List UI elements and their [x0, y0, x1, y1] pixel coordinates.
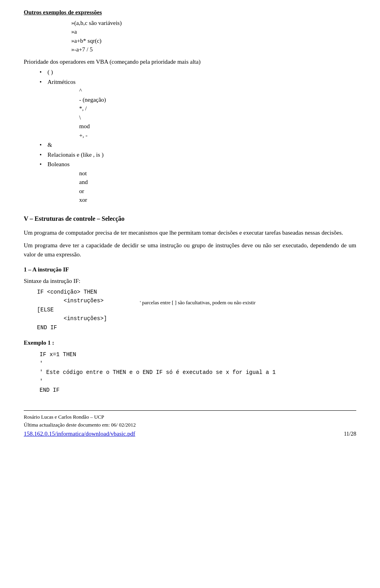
- arith-1: ^: [79, 86, 356, 95]
- footer-link[interactable]: 158.162.0.15/informatica/download/vbasic…: [24, 429, 135, 438]
- page-content: Outros exemplos de expressões »(a,b,c sã…: [24, 8, 356, 438]
- arith-5: mod: [79, 122, 356, 131]
- example-line-4: »-a+7 / 5: [71, 45, 356, 54]
- ex1-line-4: ': [40, 377, 356, 386]
- footer-line-1: Rosário Lucas e Carlos Rondão – UCP: [24, 413, 356, 421]
- arith-4: \: [79, 113, 356, 122]
- example-1-title: Exemplo 1 :: [24, 338, 356, 347]
- arith-2: - (negação): [79, 95, 356, 104]
- syntax-line-3: [ELSE: [24, 305, 132, 314]
- bool-not: not: [79, 169, 356, 178]
- priority-list: ( ) Aritméticos ^ - (negação) *, / \ mod…: [40, 68, 356, 205]
- syntax-line-5: END IF: [24, 323, 132, 332]
- examples-block: »(a,b,c são variáveis) »a »a+b* sqr(c) »…: [71, 19, 356, 54]
- if-section-title: 1 – A instrução IF: [24, 265, 356, 274]
- note-text: ' parcelas entre [ ] são facultativas, p…: [140, 300, 255, 305]
- bool-or: or: [79, 187, 356, 196]
- priority-item-arithmetic: Aritméticos ^ - (negação) *, / \ mod +, …: [40, 78, 356, 140]
- arithmetic-sub: ^ - (negação) *, / \ mod +, -: [79, 86, 356, 140]
- footer-line-2: Última actualização deste documento em: …: [24, 421, 356, 429]
- bool-and: and: [79, 178, 356, 187]
- syntax-line-4: <instruções>]: [24, 314, 132, 323]
- paragraph-2: Um programa deve ter a capacidade de dec…: [24, 241, 356, 259]
- syntax-line-1: IF <condição> THEN: [24, 288, 132, 296]
- example-1-section: Exemplo 1 : IF x=1 THEN ' ' Este código …: [24, 338, 356, 395]
- section-v: V – Estruturas de controle – Selecção: [24, 214, 356, 224]
- if-syntax-label: Sintaxe da instrução IF:: [24, 277, 356, 286]
- if-syntax-block: IF <condição> THEN <instruções> [ELSE <i…: [24, 288, 356, 332]
- example-line-3: »a+b* sqr(c): [71, 36, 356, 46]
- syntax-line-2: <instruções>: [24, 296, 132, 305]
- example-1-code: IF x=1 THEN ' ' Este código entre o THEN…: [40, 350, 356, 395]
- section-v-title: V – Estruturas de controle – Selecção: [24, 214, 356, 224]
- example-line-2: »a: [71, 27, 356, 36]
- if-syntax-left: IF <condição> THEN <instruções> [ELSE <i…: [24, 288, 132, 332]
- footer-bottom: 158.162.0.15/informatica/download/vbasic…: [24, 429, 356, 438]
- priority-item-parens: ( ): [40, 68, 356, 77]
- arith-3: *, /: [79, 104, 356, 113]
- if-note: ' parcelas entre [ ] são facultativas, p…: [132, 288, 356, 307]
- arith-6: +, -: [79, 131, 356, 140]
- ex1-line-1: IF x=1 THEN: [40, 350, 356, 359]
- priority-item-relational: Relacionais e (like , is ): [40, 150, 356, 159]
- footer: Rosário Lucas e Carlos Rondão – UCP Últi…: [24, 410, 356, 438]
- priority-item-amp: &: [40, 140, 356, 150]
- ex1-line-2: ': [40, 359, 356, 368]
- operators-section: Outros exemplos de expressões »(a,b,c sã…: [24, 8, 356, 205]
- paragraph-1: Um programa de computador precisa de ter…: [24, 228, 356, 237]
- priority-item-boolean: Boleanos not and or xor: [40, 160, 356, 205]
- boolean-sub: not and or xor: [79, 169, 356, 205]
- operators-title: Outros exemplos de expressões: [24, 8, 356, 17]
- ex1-line-3: ' Este código entre o THEN e o END IF só…: [40, 368, 356, 377]
- if-syntax-lines: IF <condição> THEN <instruções> [ELSE <i…: [24, 288, 356, 332]
- bool-xor: xor: [79, 195, 356, 205]
- example-line-1: »(a,b,c são variáveis): [71, 19, 356, 28]
- priority-title: Prioridade dos operadores em VBA (começa…: [24, 57, 356, 66]
- page-number: 11/28: [344, 430, 356, 438]
- ex1-line-5: END IF: [40, 386, 356, 395]
